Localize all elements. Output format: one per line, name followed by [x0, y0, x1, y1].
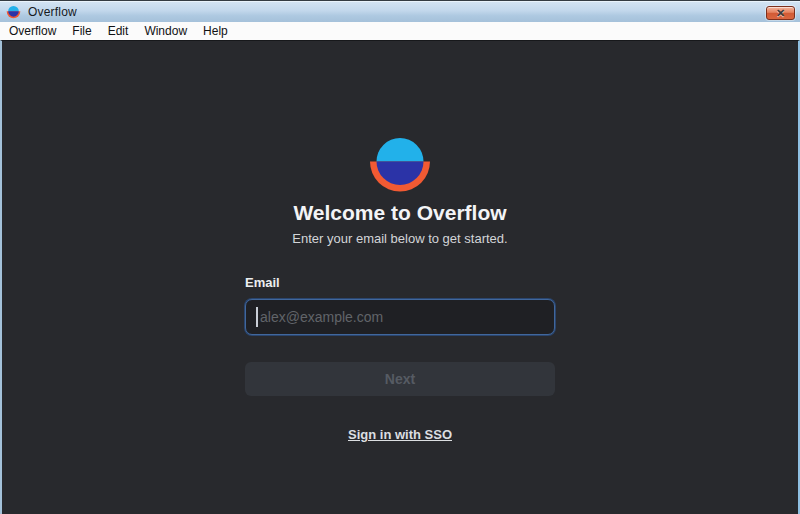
titlebar[interactable]: Overflow ✕ — [0, 0, 800, 22]
sso-link-row: Sign in with SSO — [245, 425, 555, 443]
menu-item-file[interactable]: File — [64, 23, 99, 39]
email-input[interactable] — [245, 299, 555, 335]
sso-link[interactable]: Sign in with SSO — [348, 427, 452, 442]
menu-item-window[interactable]: Window — [136, 23, 195, 39]
menu-item-help[interactable]: Help — [195, 23, 236, 39]
welcome-subheading: Enter your email below to get started. — [292, 231, 507, 247]
email-form: Email Next Sign in with SSO — [245, 275, 555, 443]
overflow-window: Overflow ✕ Overflow File Edit Window Hel… — [0, 0, 800, 514]
next-button[interactable]: Next — [245, 362, 555, 396]
overflow-logo — [367, 138, 433, 193]
window-title: Overflow — [28, 5, 77, 19]
text-caret — [256, 307, 258, 327]
signin-screen: Welcome to Overflow Enter your email bel… — [0, 40, 800, 514]
menu-item-overflow[interactable]: Overflow — [1, 23, 64, 39]
menu-bar: Overflow File Edit Window Help — [0, 22, 800, 40]
email-label: Email — [245, 275, 555, 290]
menu-item-edit[interactable]: Edit — [100, 23, 137, 39]
close-icon: ✕ — [776, 8, 785, 18]
email-input-wrap — [245, 299, 555, 335]
app-logo-icon — [6, 5, 21, 19]
welcome-heading: Welcome to Overflow — [293, 201, 506, 225]
close-button[interactable]: ✕ — [766, 6, 795, 20]
